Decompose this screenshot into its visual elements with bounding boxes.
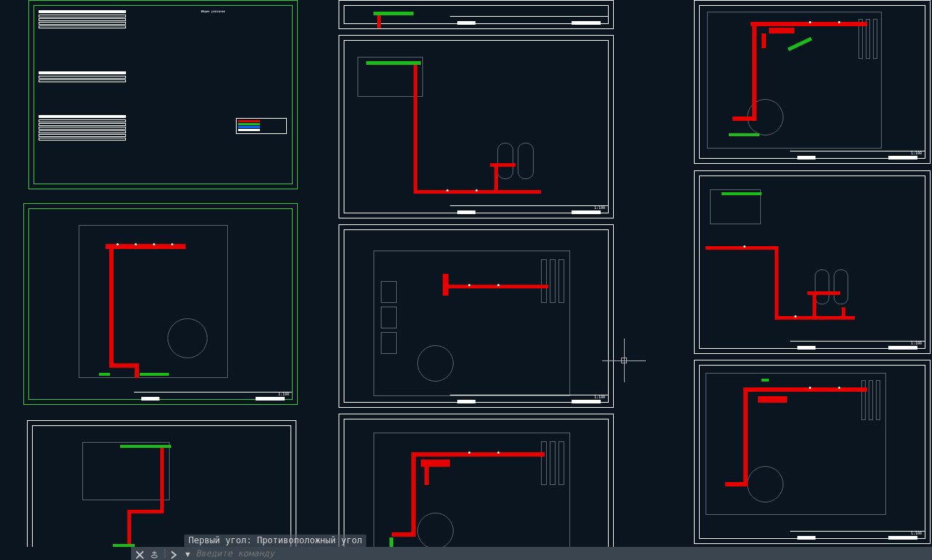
notes-title: Общие указания: [135, 10, 291, 12]
command-input[interactable]: [196, 548, 932, 559]
chevron-right-icon[interactable]: [170, 548, 180, 559]
command-history-text: Первый угол: Противоположный угол: [189, 535, 362, 545]
general-notes-text: Общие указания — — — — — — — — — — — — —…: [135, 10, 291, 178]
model-space-canvas[interactable]: Общие указания — — — — — — — — — — — — —…: [0, 0, 932, 560]
sheet-plan-m2: 1:100: [339, 224, 614, 408]
close-icon[interactable]: [135, 548, 146, 559]
sheet-plan-selected: 1:100: [23, 203, 298, 405]
scale-label: 1:100: [278, 392, 289, 396]
table-main-data: [39, 10, 126, 29]
sheet-plan-r3: 1:100: [694, 360, 931, 544]
table-symbols: [39, 115, 126, 141]
statusbar-left-gap: [0, 547, 131, 560]
table-permits: [39, 71, 126, 83]
sheet-plan-m3: [339, 414, 614, 560]
sheet-plan-r2: 1:100: [694, 170, 931, 354]
sheet-top-cut: [339, 0, 614, 29]
sheet-plan-m1: 1:100: [339, 35, 614, 218]
sheet-border: Общие указания — — — — — — — — — — — — —…: [33, 5, 293, 184]
command-history-line: Первый угол: Противоположный угол: [184, 535, 366, 548]
sheet-plan-r1: 1:100: [694, 0, 931, 164]
tank-outline: [167, 318, 208, 358]
pipe-color-legend: [236, 118, 287, 134]
command-line[interactable]: ▾: [131, 547, 932, 560]
sheet-general-notes: Общие указания — — — — — — — — — — — — —…: [28, 0, 298, 189]
table-header: [39, 10, 126, 13]
customize-icon[interactable]: [150, 548, 160, 559]
